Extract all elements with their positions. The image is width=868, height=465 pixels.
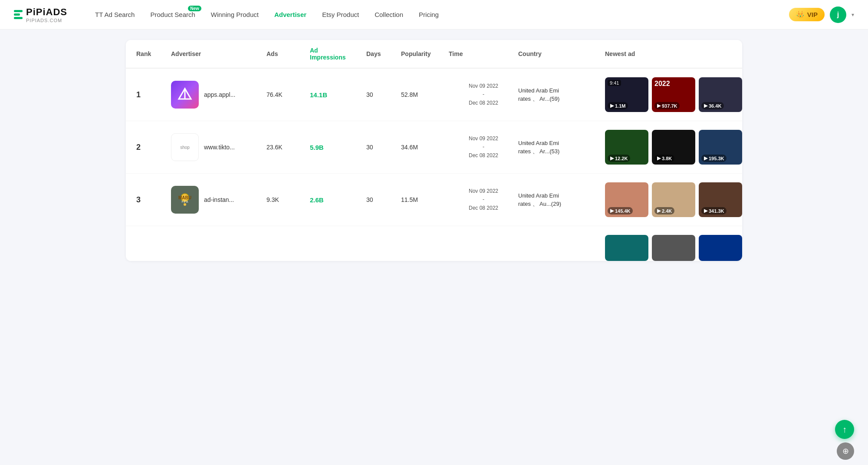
time-range: Nov 09 2022-Dec 08 2022	[449, 187, 518, 212]
play-icon: ▶	[610, 103, 614, 109]
view-count: ▶36.4K	[701, 102, 724, 109]
view-count: ▶937.7K	[654, 102, 680, 109]
play-icon: ▶	[704, 208, 707, 214]
days-count: 30	[366, 196, 401, 203]
col-country: Country	[518, 50, 605, 57]
country-value: United Arab Emirates 、 Ar...(53)	[518, 139, 605, 156]
view-count: ▶145.4K	[608, 207, 633, 214]
newest-ads-cell	[605, 235, 742, 261]
rank-number: 3	[136, 195, 171, 204]
newest-ads-cell: ▶12.2K ▶3.8K ▶195.3K	[605, 130, 742, 165]
brand-domain: PIPIADS.COM	[26, 18, 67, 23]
ads-count: 9.3K	[266, 196, 310, 203]
col-newest-ad: Newest ad	[605, 50, 742, 57]
table-row	[126, 226, 742, 261]
logo-icon	[14, 10, 23, 19]
advertiser-name[interactable]: www.tikto...	[204, 144, 235, 151]
svg-text:FIFA: FIFA	[182, 200, 188, 203]
country-value: United Arab Emirates 、 Ar...(59)	[518, 86, 605, 103]
ad-thumbnail[interactable]: 9:41 ▶1.1M	[605, 77, 648, 112]
newest-ads-cell: ▶145.4K ▶2.4K ▶341.3K	[605, 182, 742, 217]
view-count: ▶1.1M	[608, 102, 628, 109]
ads-count: 76.4K	[266, 91, 310, 98]
ad-thumbnail[interactable]: ▶195.3K	[699, 130, 742, 165]
view-count: ▶3.8K	[654, 155, 674, 162]
table-row: 1 apps.appl... 76.4K 14.1B 30 52.8M Nov …	[126, 69, 742, 121]
play-icon: ▶	[657, 155, 661, 161]
table-row: 2 shop www.tikto... 23.6K 5.9B 30 34.6M …	[126, 121, 742, 174]
nav-item-tt-ad-search[interactable]: TT Ad Search	[88, 7, 141, 22]
main-content: Rank Advertiser Ads AdImpressions Days P…	[108, 30, 760, 271]
svg-point-5	[184, 203, 186, 206]
logo[interactable]: PiPiADS PIPIADS.COM	[14, 7, 67, 23]
ad-thumbnail[interactable]	[699, 235, 742, 261]
svg-text:MABU: MABU	[178, 195, 191, 200]
ad-thumbnail[interactable]: ▶145.4K	[605, 182, 648, 217]
table-body: 1 apps.appl... 76.4K 14.1B 30 52.8M Nov …	[126, 69, 742, 261]
nav-item-collection[interactable]: Collection	[368, 7, 410, 22]
impressions-value: 14.1B	[310, 91, 366, 99]
ad-thumbnail[interactable]: ▶341.3K	[699, 182, 742, 217]
vip-label: VIP	[807, 11, 818, 18]
view-count: ▶12.2K	[608, 155, 630, 162]
advertiser-name[interactable]: apps.appl...	[204, 91, 235, 98]
col-ad-impressions[interactable]: AdImpressions	[310, 47, 366, 61]
advertiser-cell: apps.appl...	[171, 81, 266, 109]
nav-item-winning-product[interactable]: Winning Product	[204, 7, 266, 22]
table-header: Rank Advertiser Ads AdImpressions Days P…	[126, 40, 742, 69]
ad-thumbnail[interactable]: ▶3.8K	[652, 130, 695, 165]
advertiser-name[interactable]: ad-instan...	[204, 196, 234, 203]
days-count: 30	[366, 91, 401, 98]
advertiser-cell: MABU FIFA ad-instan...	[171, 186, 266, 214]
view-count: ▶195.3K	[701, 155, 727, 162]
nav-item-pricing[interactable]: Pricing	[412, 7, 446, 22]
ad-thumbnail[interactable]: ▶12.2K	[605, 130, 648, 165]
crown-icon: 👑	[796, 10, 805, 19]
col-days: Days	[366, 50, 401, 57]
advertiser-cell: shop www.tikto...	[171, 133, 266, 161]
play-icon: ▶	[610, 155, 614, 161]
impressions-value: 2.6B	[310, 196, 366, 204]
avatar[interactable]: j	[830, 7, 846, 23]
avatar-letter: j	[837, 11, 839, 19]
time-badge: 9:41	[608, 80, 621, 86]
nav-item-product-search[interactable]: Product SearchNew	[143, 7, 202, 22]
col-time: Time	[449, 50, 518, 57]
nav-item-etsy-product[interactable]: Etsy Product	[315, 7, 366, 22]
country-value: United Arab Emirates 、 Au...(29)	[518, 191, 605, 208]
col-ads: Ads	[266, 50, 310, 57]
col-rank: Rank	[136, 50, 171, 57]
advertiser-table: Rank Advertiser Ads AdImpressions Days P…	[126, 40, 742, 261]
vip-button[interactable]: 👑 VIP	[789, 8, 825, 21]
navbar: PiPiADS PIPIADS.COM TT Ad SearchProduct …	[0, 0, 868, 30]
view-count: ▶2.4K	[654, 207, 674, 214]
time-range: Nov 09 2022-Dec 08 2022	[449, 82, 518, 107]
ad-thumbnail[interactable]: ▶36.4K	[699, 77, 742, 112]
col-popularity: Popularity	[401, 50, 449, 57]
nav-right: 👑 VIP j ▾	[789, 7, 854, 23]
play-icon: ▶	[657, 103, 661, 109]
ad-thumbnail[interactable]	[605, 235, 648, 261]
popularity-value: 52.8M	[401, 91, 449, 98]
brand-name: PiPiADS	[26, 7, 67, 18]
badge-new: New	[188, 6, 201, 11]
ads-count: 23.6K	[266, 144, 310, 151]
play-icon: ▶	[657, 208, 661, 214]
newest-ads-cell: 9:41 ▶1.1M 2022 ▶937.7K ▶36.4K	[605, 77, 742, 112]
rank-number: 1	[136, 90, 171, 99]
table-row: 3 MABU FIFA ad-instan... 9.3K 2.6B 30 11…	[126, 174, 742, 226]
logo-text: PiPiADS PIPIADS.COM	[26, 7, 67, 23]
view-count: ▶341.3K	[701, 207, 727, 214]
time-range: Nov 09 2022-Dec 08 2022	[449, 135, 518, 160]
play-icon: ▶	[704, 103, 707, 109]
nav-item-advertiser[interactable]: Advertiser	[267, 7, 313, 22]
play-icon: ▶	[704, 155, 707, 161]
play-icon: ▶	[610, 208, 614, 214]
chevron-down-icon[interactable]: ▾	[852, 12, 854, 18]
popularity-value: 34.6M	[401, 144, 449, 151]
ad-thumbnail[interactable]: 2022 ▶937.7K	[652, 77, 695, 112]
impressions-value: 5.9B	[310, 144, 366, 151]
nav-links: TT Ad SearchProduct SearchNewWinning Pro…	[88, 7, 789, 22]
ad-thumbnail[interactable]	[652, 235, 695, 261]
ad-thumbnail[interactable]: ▶2.4K	[652, 182, 695, 217]
